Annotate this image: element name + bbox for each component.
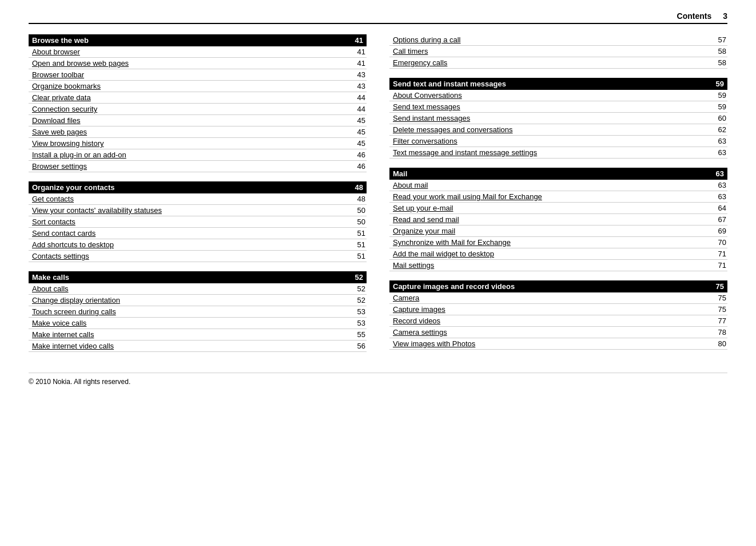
table-row: Connection security44 [29, 104, 367, 115]
entry-page: 51 [357, 252, 365, 260]
entry-title: About calls [32, 284, 69, 293]
section-header-title: Browse the web [32, 36, 89, 45]
section-header-title: Capture images and record videos [393, 282, 515, 291]
entry-title: About browser [32, 48, 80, 56]
table-row: Browser settings46 [29, 161, 367, 172]
table-row: Read and send mail67 [389, 214, 727, 225]
entry-title: View your contacts' availability statuse… [32, 206, 162, 215]
toc-section-browse-web: Browse the web41About browser41Open and … [29, 34, 367, 172]
entry-page: 78 [718, 328, 726, 337]
right-column: Options during a call57Call timers58Emer… [389, 34, 727, 361]
table-row: Get contacts48 [29, 193, 367, 205]
entry-title: Browser toolbar [32, 70, 84, 79]
entry-title: Record videos [393, 316, 440, 325]
entry-page: 41 [357, 59, 365, 68]
table-row: Capture images75 [389, 304, 727, 315]
top-header: Contents 3 [29, 11, 727, 24]
entry-title: Make voice calls [32, 319, 86, 327]
entry-title: Options during a call [393, 35, 461, 44]
table-row: Send instant messages60 [389, 113, 727, 124]
section-header-page: 75 [716, 282, 724, 291]
section-header-page: 63 [716, 169, 724, 178]
table-row: Emergency calls58 [389, 57, 727, 69]
entry-page: 51 [357, 240, 365, 249]
entry-title: Make internet calls [32, 330, 94, 339]
entry-title: Send contact cards [32, 229, 96, 238]
entry-page: 48 [357, 195, 365, 203]
section-header-browse-web: Browse the web41 [29, 34, 367, 46]
table-row: Install a plug-in or an add-on46 [29, 149, 367, 161]
table-row: Organize your mail69 [389, 225, 727, 237]
section-header-page: 59 [716, 80, 724, 88]
table-row: Filter conversations63 [389, 136, 727, 147]
entry-page: 57 [718, 35, 726, 44]
entry-page: 56 [357, 342, 365, 350]
entry-title: Clear private data [32, 93, 91, 102]
entry-title: Capture images [393, 305, 445, 314]
entry-page: 69 [718, 227, 726, 235]
section-header-make-calls: Make calls52 [29, 271, 367, 283]
entry-page: 45 [357, 128, 365, 136]
table-row: Contacts settings51 [29, 251, 367, 262]
footer: © 2010 Nokia. All rights reserved. [29, 373, 727, 386]
entry-page: 44 [357, 93, 365, 102]
entry-page: 75 [718, 305, 726, 314]
section-header-organize-contacts: Organize your contacts48 [29, 181, 367, 193]
table-row: Make internet calls55 [29, 329, 367, 341]
entry-title: Call timers [393, 47, 428, 56]
table-row: Mail settings71 [389, 260, 727, 271]
table-row: Send contact cards51 [29, 228, 367, 239]
entry-page: 50 [357, 206, 365, 215]
table-row: Call timers58 [389, 46, 727, 57]
table-row: Browser toolbar43 [29, 69, 367, 81]
entry-title: Install a plug-in or an add-on [32, 151, 126, 159]
entry-page: 71 [718, 261, 726, 270]
entry-page: 67 [718, 215, 726, 224]
table-row: Add the mail widget to desktop71 [389, 248, 727, 260]
entry-title: Connection security [32, 105, 97, 113]
entry-page: 43 [357, 82, 365, 90]
table-row: Organize bookmarks43 [29, 81, 367, 92]
entry-page: 43 [357, 70, 365, 79]
entry-page: 51 [357, 229, 365, 238]
header-page: 3 [723, 11, 727, 21]
toc-section-send-messages: Send text and instant messages59About Co… [389, 78, 727, 159]
entry-title: Synchronize with Mail for Exchange [393, 238, 511, 247]
section-header-title: Send text and instant messages [393, 80, 506, 88]
section-header-title: Organize your contacts [32, 183, 114, 192]
table-row: Add shortcuts to desktop51 [29, 239, 367, 251]
entry-title: Contacts settings [32, 252, 89, 260]
table-row: Open and browse web pages41 [29, 58, 367, 69]
entry-title: Make internet video calls [32, 342, 114, 350]
entry-page: 70 [718, 238, 726, 247]
entry-title: Browser settings [32, 162, 87, 171]
left-column: Browse the web41About browser41Open and … [29, 34, 367, 361]
header-title: Contents [677, 11, 712, 21]
entry-page: 62 [718, 125, 726, 134]
entry-title: Send instant messages [393, 114, 470, 122]
section-header-capture-images: Capture images and record videos75 [389, 280, 727, 292]
entry-title: Set up your e-mail [393, 204, 453, 212]
section-header-send-messages: Send text and instant messages59 [389, 78, 727, 90]
entry-title: Camera [393, 294, 419, 302]
entry-page: 59 [718, 102, 726, 111]
section-header-page: 41 [355, 36, 363, 45]
entry-page: 63 [718, 148, 726, 157]
entry-title: About mail [393, 181, 428, 189]
footer-text: © 2010 Nokia. All rights reserved. [29, 378, 130, 386]
entry-page: 75 [718, 294, 726, 302]
entry-page: 53 [357, 307, 365, 316]
entry-page: 44 [357, 105, 365, 113]
entry-title: Send text messages [393, 102, 460, 111]
entry-title: Add shortcuts to desktop [32, 240, 114, 249]
table-row: About Conversations59 [389, 90, 727, 101]
table-row: Read your work mail using Mail for Excha… [389, 191, 727, 203]
section-header-title: Mail [393, 169, 407, 178]
entry-page: 63 [718, 181, 726, 189]
entry-title: View images with Photos [393, 339, 475, 348]
entry-page: 53 [357, 319, 365, 327]
entry-page: 77 [718, 316, 726, 325]
table-row: View browsing history45 [29, 138, 367, 149]
entry-page: 63 [718, 137, 726, 145]
entry-page: 58 [718, 58, 726, 67]
